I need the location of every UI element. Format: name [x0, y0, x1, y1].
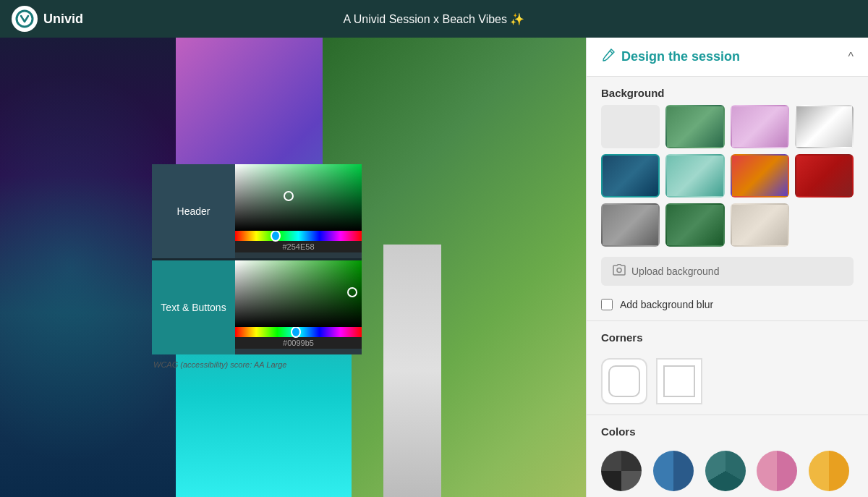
text-gradient-canvas[interactable]	[235, 260, 362, 327]
wcag-row: WCAG (accessibility) score: AA Large	[152, 354, 362, 370]
brush-icon	[601, 48, 616, 66]
text-label-text: Text & Buttons	[161, 302, 226, 313]
header-gradient-canvas[interactable]	[235, 164, 362, 231]
color-picker-widget[interactable]: Header #254E58	[152, 164, 362, 370]
bg-thumb-10[interactable]	[665, 203, 724, 247]
logo-area: Univid	[12, 6, 83, 32]
right-panel: Design the session ^ Background	[586, 38, 868, 497]
session-title: A Univid Session x Beach Vibes ✨	[344, 12, 525, 26]
color-swatch-5[interactable]	[809, 451, 849, 491]
header-hue-bar[interactable]	[235, 231, 362, 241]
text-picker-cursor[interactable]	[347, 287, 357, 297]
camera-icon	[613, 264, 626, 279]
color-swatch-3[interactable]	[705, 451, 746, 491]
background-section: Background	[587, 77, 868, 320]
logo-text: Univid	[43, 12, 83, 27]
camera-svg	[613, 264, 626, 276]
bg-thumb-7[interactable]	[731, 154, 789, 197]
corner-rounded-option[interactable]	[601, 358, 647, 404]
panel-title: Design the session	[621, 49, 740, 64]
collapse-button[interactable]: ^	[848, 51, 854, 64]
logo-icon	[12, 6, 38, 32]
text-picker-panel: Text & Buttons #0099b5	[152, 260, 362, 354]
bg-thumb-11[interactable]	[731, 203, 789, 247]
header-hex-display: #254E58	[235, 241, 362, 252]
upload-button-label: Upload background	[631, 266, 719, 277]
univid-logo-svg	[15, 9, 34, 28]
corner-square-inner	[663, 365, 695, 397]
panel-header: Design the session ^	[587, 38, 868, 77]
background-section-title: Background	[587, 77, 868, 105]
main-area: Header #254E58	[0, 38, 868, 497]
bg-thumb-2[interactable]	[665, 105, 724, 148]
colors-grid	[587, 443, 868, 497]
corner-square-option[interactable]	[656, 358, 702, 404]
svg-point-1	[617, 268, 621, 273]
text-picker-right[interactable]: #0099b5	[235, 260, 362, 354]
topbar: Univid A Univid Session x Beach Vibes ✨	[0, 0, 868, 38]
blur-label: Add background blur	[620, 299, 713, 310]
header-label-text: Header	[177, 205, 210, 217]
session-preview: Header #254E58	[0, 38, 586, 497]
wcag-score-text: WCAG (accessibility) score: AA Large	[153, 360, 286, 369]
bg-thumb-9[interactable]	[601, 203, 660, 247]
upload-background-button[interactable]: Upload background	[601, 257, 854, 286]
colors-section-title: Colors	[587, 415, 868, 443]
header-picker-label: Header	[152, 164, 235, 258]
corners-section: Corners	[587, 321, 868, 415]
header-picker-cursor[interactable]	[284, 191, 294, 201]
blur-checkbox[interactable]	[601, 299, 613, 310]
blur-row: Add background blur	[587, 293, 868, 320]
svg-point-0	[17, 11, 33, 27]
header-hue-thumb[interactable]	[271, 230, 281, 242]
header-picker-right[interactable]: #254E58	[235, 164, 362, 258]
text-hue-thumb[interactable]	[291, 326, 301, 338]
background-grid	[587, 105, 868, 257]
bg-thumb-1[interactable]	[601, 105, 660, 148]
bg-thumb-4[interactable]	[795, 105, 854, 148]
header-grad-overlay	[235, 164, 362, 231]
text-hue-bar[interactable]	[235, 327, 362, 337]
building-element	[383, 245, 441, 497]
corners-options	[587, 349, 868, 415]
bg-thumb-6[interactable]	[665, 154, 724, 197]
picker-wrapper: Header #254E58	[152, 164, 362, 354]
text-grad-overlay	[235, 260, 362, 327]
corner-rounded-inner	[608, 365, 640, 397]
color-swatch-2[interactable]	[653, 451, 694, 491]
colors-section: Colors	[587, 415, 868, 497]
corners-section-title: Corners	[587, 321, 868, 349]
bg-thumb-8[interactable]	[795, 154, 854, 197]
color-swatch-4[interactable]	[757, 451, 797, 491]
header-picker-panel: Header #254E58	[152, 164, 362, 258]
color-swatch-1[interactable]	[601, 451, 642, 491]
bg-layer-forest	[323, 38, 587, 497]
panel-header-left: Design the session	[601, 48, 740, 66]
text-hex-display: #0099b5	[235, 337, 362, 349]
text-picker-label: Text & Buttons	[152, 260, 235, 354]
bg-thumb-3[interactable]	[731, 105, 789, 148]
brush-svg	[601, 48, 616, 62]
bg-thumb-5[interactable]	[601, 154, 660, 197]
